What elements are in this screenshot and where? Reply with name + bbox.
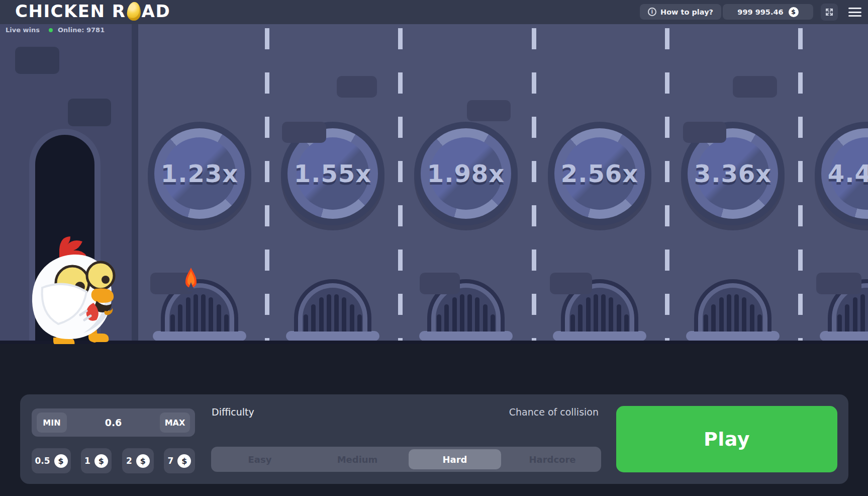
sewer-grate-base [686, 331, 780, 341]
dollar-coin-icon: $ [136, 454, 150, 468]
lane-divider [265, 28, 269, 341]
sewer-grate-bars [304, 283, 362, 332]
tab-easy[interactable]: Easy [211, 447, 309, 472]
dollar-coin-icon: $ [177, 454, 191, 468]
sewer-grate-base [286, 331, 379, 341]
brick [282, 122, 326, 143]
multiplier-circle: 1.98x [414, 122, 518, 225]
brick [467, 100, 511, 121]
chip-value: 7 [168, 456, 174, 466]
game-field: 1.23x1.55x1.98x2.56x3.36x4.42x [0, 24, 868, 344]
min-bet-button[interactable]: MIN [37, 412, 67, 433]
top-bar: CHICKEN R AD i How to play? 999 995.46 $ [0, 0, 868, 24]
app-logo: CHICKEN R AD [15, 1, 170, 21]
play-button[interactable]: Play [616, 406, 837, 472]
road-edge-line [0, 341, 868, 344]
brick [733, 76, 777, 98]
chip-value: 0.5 [35, 456, 50, 466]
sewer-grate-base [820, 331, 868, 341]
logo-text-suffix: AD [142, 1, 171, 21]
dollar-coin-icon: $ [54, 454, 68, 468]
tab-hardcore[interactable]: Hardcore [504, 447, 601, 472]
bet-amount-box: 0.6 MIN MAX [32, 408, 195, 437]
sewer-grate [694, 279, 771, 332]
lane-divider [532, 28, 536, 341]
chance-of-collision-label: Chance of collision [372, 406, 599, 418]
multiplier-value: 1.98x [414, 122, 518, 225]
lane-divider [798, 28, 803, 341]
brick [816, 273, 861, 294]
dollar-coin-icon: $ [789, 7, 799, 17]
brick [550, 273, 592, 294]
multiplier-circle: 1.23x [148, 122, 251, 225]
multiplier-circle: 4.42x [815, 122, 868, 225]
fullscreen-button[interactable] [821, 4, 838, 21]
quick-bet-0.5-button[interactable]: 0.5 $ [32, 448, 71, 473]
chicken-beak-top [91, 288, 114, 303]
info-icon: i [648, 8, 656, 16]
brick [15, 47, 59, 74]
logo-text-prefix: CHICKEN R [15, 1, 126, 21]
multiplier-value: 4.42x [815, 122, 868, 225]
brick [420, 273, 460, 294]
balance-value: 999 995.46 [737, 8, 783, 16]
menu-icon[interactable] [848, 6, 861, 18]
live-wins-label: Live wins [6, 26, 40, 34]
lane-divider [398, 28, 403, 341]
difficulty-tabs: Easy Medium Hard Hardcore [211, 447, 601, 472]
quick-bet-7-button[interactable]: 7 $ [164, 448, 195, 473]
max-bet-button[interactable]: MAX [160, 412, 190, 433]
live-status-bar: Live wins Online: 9781 [6, 26, 105, 34]
tab-medium[interactable]: Medium [309, 447, 406, 472]
chicken-eye-right [87, 262, 114, 289]
chip-value: 2 [126, 456, 132, 466]
flame-icon [184, 267, 198, 291]
multiplier-circle: 2.56x [548, 122, 651, 225]
chicken-road-app: 1.23x1.55x1.98x2.56x3.36x4.42x [0, 0, 868, 496]
sewer-grate-base [419, 331, 513, 341]
sewer-grate-base [153, 331, 246, 341]
sewer-grate [294, 279, 371, 332]
quick-bet-1-button[interactable]: 1 $ [81, 448, 112, 473]
dollar-coin-icon: $ [94, 454, 108, 468]
start-zone-edge [132, 24, 138, 341]
brick [68, 99, 111, 126]
multiplier-value: 1.23x [148, 122, 251, 225]
quick-bet-2-button[interactable]: 2 $ [122, 448, 154, 473]
sewer-grate-bars [704, 283, 762, 332]
control-panel: 0.6 MIN MAX 0.5 $ 1 $ 2 $ 7 $ Difficulty… [20, 394, 848, 484]
chip-value: 1 [84, 456, 90, 466]
online-dot [49, 28, 53, 32]
egg-icon [126, 2, 141, 21]
difficulty-label: Difficulty [212, 406, 254, 418]
fullscreen-icon [825, 8, 834, 17]
brick [337, 76, 377, 98]
brick [683, 122, 726, 143]
multiplier-value: 2.56x [548, 122, 651, 225]
lane-divider [665, 28, 669, 341]
online-count: Online: 9781 [58, 26, 105, 34]
sewer-grate-base [553, 331, 646, 341]
tab-hard[interactable]: Hard [406, 447, 504, 472]
balance-display: 999 995.46 $ [723, 4, 813, 20]
chicken-character [20, 227, 121, 344]
how-to-play-button[interactable]: i How to play? [640, 4, 721, 20]
how-to-play-label: How to play? [660, 8, 713, 16]
